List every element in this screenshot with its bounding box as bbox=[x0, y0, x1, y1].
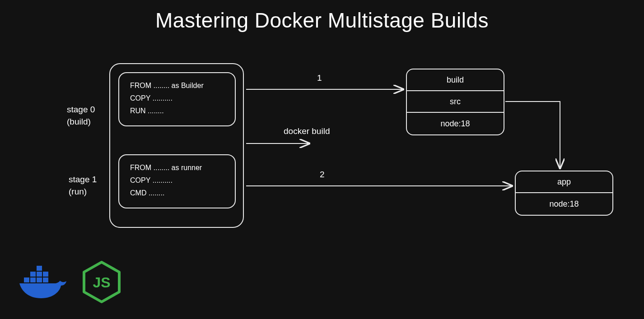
stage1-label-line1: stage 1 bbox=[69, 175, 97, 184]
arrow-label-2: 2 bbox=[320, 170, 325, 180]
stage0-code-box: FROM ........ as Builder COPY ..........… bbox=[118, 72, 236, 126]
svg-rect-4 bbox=[30, 272, 36, 277]
stage0-code-line: COPY .......... bbox=[130, 92, 227, 105]
stage1-code-box: FROM ........ as runner COPY .......... … bbox=[118, 154, 236, 208]
page-title: Mastering Docker Multistage Builds bbox=[155, 8, 489, 32]
stage0-label: stage 0 (build) bbox=[67, 104, 95, 128]
svg-text:JS: JS bbox=[93, 274, 110, 291]
docker-icon bbox=[17, 262, 71, 302]
stage1-code-line: COPY .......... bbox=[130, 174, 227, 187]
stage1-code-line: FROM ........ as runner bbox=[130, 162, 227, 174]
stage0-code-line: FROM ........ as Builder bbox=[130, 79, 227, 92]
svg-rect-5 bbox=[37, 272, 42, 277]
arrow-build-to-app bbox=[505, 102, 560, 168]
build-image-stack: build src node:18 bbox=[406, 69, 504, 135]
arrow-label-docker-build: docker build bbox=[284, 126, 330, 136]
stage0-label-line1: stage 0 bbox=[67, 105, 95, 114]
svg-rect-0 bbox=[24, 277, 29, 282]
build-stack-row: node:18 bbox=[407, 113, 504, 134]
app-stack-row: node:18 bbox=[516, 193, 612, 215]
svg-rect-2 bbox=[37, 277, 42, 282]
svg-rect-3 bbox=[43, 277, 48, 282]
nodejs-icon: JS bbox=[81, 259, 122, 305]
app-image-stack: app node:18 bbox=[515, 171, 613, 216]
stage0-label-line2: (build) bbox=[67, 117, 91, 126]
build-stack-row: src bbox=[407, 91, 504, 113]
svg-rect-1 bbox=[30, 277, 36, 282]
stage1-code-line: CMD ........ bbox=[130, 187, 227, 199]
arrow-label-1: 1 bbox=[317, 73, 322, 83]
app-stack-row: app bbox=[516, 171, 612, 193]
stage1-label: stage 1 (run) bbox=[69, 174, 97, 198]
dockerfile-container: FROM ........ as Builder COPY ..........… bbox=[109, 63, 244, 228]
svg-rect-6 bbox=[43, 272, 48, 277]
stage1-label-line2: (run) bbox=[69, 187, 87, 196]
stage0-code-line: RUN ........ bbox=[130, 105, 227, 117]
svg-rect-7 bbox=[37, 266, 42, 271]
build-stack-row: build bbox=[407, 69, 504, 91]
